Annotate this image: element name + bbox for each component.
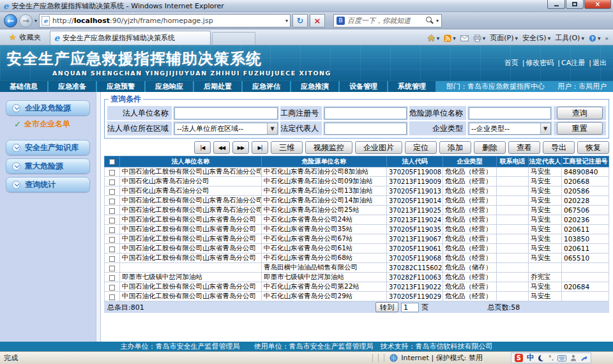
- search-box[interactable]: B 百度一下，你就知道 ▾: [333, 14, 442, 27]
- home-dropdown-icon[interactable]: ▾: [437, 35, 440, 42]
- pager-nav-button[interactable]: |◀: [194, 141, 211, 154]
- header-link[interactable]: 退出: [585, 58, 607, 68]
- toolbar-button[interactable]: 定位: [405, 141, 437, 154]
- close-button[interactable]: ×: [584, 0, 611, 9]
- new-tab-stub[interactable]: [212, 32, 255, 45]
- row-checkbox[interactable]: [109, 179, 115, 185]
- overflow-chevron-icon[interactable]: »: [605, 35, 609, 42]
- soft-keyboard-icon[interactable]: [557, 355, 566, 361]
- sidebar-splitter[interactable]: [96, 92, 101, 342]
- table-row[interactable]: 中国石油化工股份有限公司山东省青岛分公司 中石化山东省青岛分公司24站 3702…: [105, 215, 609, 225]
- row-checkbox[interactable]: [109, 227, 115, 233]
- company-type-select[interactable]: --企业类型-- ▼: [469, 123, 551, 135]
- row-checkbox[interactable]: [109, 189, 115, 195]
- sidebar-group-safety-knowledge[interactable]: 安全生产知识库: [6, 140, 90, 155]
- table-row[interactable]: 中国石油化工股份有限公司山东青岛石油分公司 中石化山东青岛石油分公司25站 37…: [105, 206, 609, 215]
- header-link[interactable]: CA注册: [554, 58, 585, 68]
- ime-fullhalf-moon-icon[interactable]: [538, 355, 545, 361]
- address-dropdown-icon[interactable]: ▾: [285, 18, 288, 24]
- row-checkbox[interactable]: [109, 275, 115, 281]
- table-row[interactable]: 中国石油化工股份有限公司山东省青岛分公司 中石化山东省青岛分公司67站 3702…: [105, 234, 609, 244]
- select-all-checkbox[interactable]: [109, 159, 115, 165]
- table-row[interactable]: 中国石化山东青岛石油分公司 中石化山东青岛石油分公司13加油站 370205F1…: [105, 186, 609, 196]
- row-checkbox[interactable]: [109, 256, 115, 262]
- row-checkbox[interactable]: [109, 199, 115, 204]
- nav-menu-item[interactable]: 后期处置: [194, 81, 241, 92]
- business-reg-no-input[interactable]: [324, 107, 407, 119]
- stop-button[interactable]: ×: [310, 14, 325, 27]
- table-row[interactable]: 中国石化山东青岛石油分公司 中石化山东青岛石油分公司09加油站 370213F1…: [105, 177, 609, 186]
- nav-menu-item[interactable]: 应急预警: [97, 81, 144, 92]
- nav-menu-item[interactable]: 应急响应: [146, 81, 193, 92]
- address-bar[interactable]: e http://localhost:90/yjzh/frame/homepag…: [39, 14, 291, 27]
- toolbar-button[interactable]: 导出: [543, 141, 575, 154]
- toolbar-button[interactable]: 恢复: [577, 141, 609, 154]
- nav-menu-item[interactable]: 设备管理: [340, 81, 387, 92]
- toolbar-button[interactable]: 删除: [474, 141, 506, 154]
- search-icon[interactable]: [426, 17, 434, 24]
- minimize-button[interactable]: [547, 0, 565, 9]
- table-row[interactable]: 中国石油化工股份有限公司山东省青岛分公司 中石化山东省青岛分公司68站 3702…: [105, 254, 609, 263]
- refresh-button[interactable]: ↻: [292, 14, 308, 27]
- pager-nav-button[interactable]: ▶▶: [232, 141, 249, 154]
- search-dropdown-icon[interactable]: ▾: [436, 18, 439, 24]
- region-select[interactable]: --法人单位所在区域-- ▼: [174, 123, 278, 135]
- user-tray-icon[interactable]: [570, 354, 577, 361]
- sidebar-group-major-hazard[interactable]: 重大危险源: [6, 158, 90, 174]
- menu-page[interactable]: 页面(P)▾: [490, 33, 518, 43]
- back-button[interactable]: ←: [4, 14, 17, 27]
- browser-tab[interactable]: e 安全生产应急救援指挥辅助决策系统: [50, 31, 211, 45]
- table-row[interactable]: 中国石油化工股份有限公司山东省青岛分公司 中石化山东省青岛分公司第22站 370…: [105, 282, 609, 292]
- favorites-button[interactable]: ★ 收藏夹: [3, 31, 47, 43]
- header-link[interactable]: 修改密码: [518, 58, 554, 68]
- print-dropdown-icon[interactable]: ▾: [483, 35, 486, 42]
- sidebar-group-enterprise-hazard[interactable]: 企业及危险源: [6, 100, 90, 116]
- nav-menu-item[interactable]: 基础信息: [0, 81, 47, 92]
- pager-nav-button[interactable]: ▶|: [252, 141, 268, 154]
- legal-rep-input[interactable]: [324, 123, 407, 135]
- toolbar-button[interactable]: 视频监控: [305, 141, 352, 154]
- row-checkbox[interactable]: [109, 208, 115, 214]
- ime-punctuation-toggle[interactable]: °,: [549, 354, 554, 361]
- forward-button[interactable]: →: [19, 14, 33, 27]
- toolbar-button[interactable]: 三维: [271, 141, 303, 154]
- table-row[interactable]: 即墨市七级镇中岔河加油站 即墨市七级镇中岔河加油站 370282F110063 …: [105, 273, 609, 282]
- table-row[interactable]: 中国石油化工股份有限公司山东青岛石油分公司 中石化山东青岛石油分公司8加油站 3…: [105, 167, 609, 177]
- row-checkbox[interactable]: [109, 246, 115, 252]
- nav-menu-item[interactable]: 系统管理: [388, 81, 435, 92]
- row-checkbox[interactable]: [109, 294, 115, 300]
- toolbar-button[interactable]: 企业图片: [355, 141, 402, 154]
- page-number-input[interactable]: [401, 303, 419, 312]
- help-button[interactable]: ? ▾: [589, 34, 601, 42]
- ime-language-toggle[interactable]: 中: [527, 353, 534, 363]
- feeds-dropdown-icon[interactable]: ▾: [453, 35, 456, 42]
- sogou-ime-icon[interactable]: S: [515, 354, 523, 362]
- row-checkbox[interactable]: [109, 218, 115, 224]
- table-row[interactable]: 中国石油化工股份有限公司山东省青岛分公司 中石化山东省青岛分公司35站 3702…: [105, 225, 609, 234]
- table-row[interactable]: 中国石油化工股份有限公司山东省青岛分公司 中石化山东省青岛分公司61站 3702…: [105, 244, 609, 254]
- table-row[interactable]: 中国石油化工股份有限公司山东青岛石油分公司 中石化山东青岛石油分公司14加油站 …: [105, 196, 609, 206]
- header-link[interactable]: 首页: [504, 58, 518, 68]
- home-button[interactable]: ▾: [427, 34, 440, 42]
- maximize-button[interactable]: [566, 0, 584, 9]
- row-checkbox[interactable]: [109, 237, 115, 243]
- toolbar-button[interactable]: 添加: [439, 141, 471, 154]
- row-checkbox[interactable]: [109, 266, 115, 271]
- toolbar-button[interactable]: 查看: [508, 141, 540, 154]
- legal-name-input[interactable]: [174, 107, 278, 119]
- menu-safety[interactable]: 安全(S)▾: [522, 33, 550, 43]
- nav-menu-item[interactable]: 应急准备: [49, 81, 96, 92]
- history-dropdown-icon[interactable]: ▾: [34, 18, 37, 24]
- sidebar-item-city-enterprise-list[interactable]: ✓ 全市企业名单: [14, 119, 96, 130]
- print-button[interactable]: ▾: [473, 34, 486, 42]
- nav-menu-item[interactable]: 应急评估: [243, 81, 290, 92]
- read-mail-button[interactable]: [460, 35, 469, 42]
- row-checkbox[interactable]: [109, 170, 115, 176]
- goto-page-button[interactable]: 转到: [375, 302, 398, 312]
- hazard-name-input[interactable]: [469, 107, 551, 119]
- table-row[interactable]: 青岛田横中油油品销售有限公司 370282C115602 危化品（储存）: [105, 263, 609, 273]
- wrench-icon[interactable]: [580, 354, 587, 361]
- nav-menu-item[interactable]: 应急推演: [291, 81, 338, 92]
- table-row[interactable]: 中国石油化工股份有限公司山东省青岛分公司 中石化山东省青岛分公司29站 3702…: [105, 292, 609, 301]
- reset-button[interactable]: 重置: [557, 122, 603, 135]
